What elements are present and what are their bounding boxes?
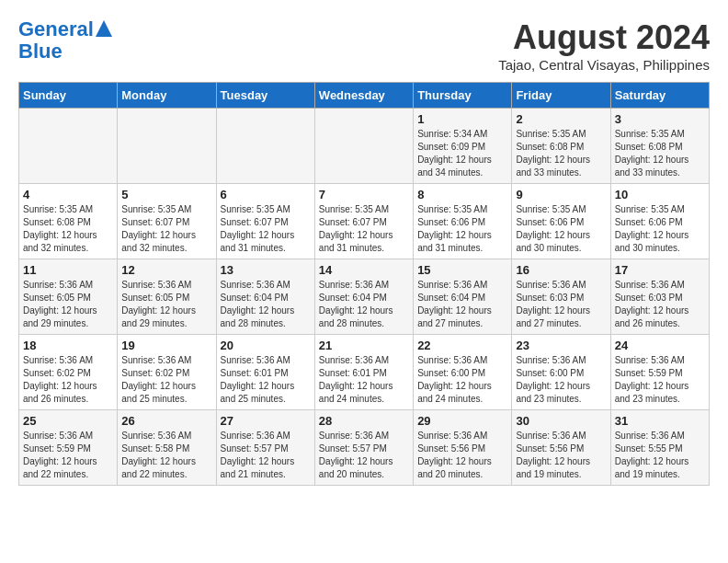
- day-number: 24: [615, 339, 705, 352]
- calendar-week-row: 25Sunrise: 5:36 AM Sunset: 5:59 PM Dayli…: [19, 410, 710, 486]
- header-monday: Monday: [118, 83, 216, 109]
- calendar-cell: [314, 109, 413, 184]
- day-info: Sunrise: 5:35 AM Sunset: 6:07 PM Dayligh…: [121, 203, 211, 255]
- day-number: 27: [221, 414, 311, 428]
- calendar-cell: 11Sunrise: 5:36 AM Sunset: 6:05 PM Dayli…: [19, 259, 118, 335]
- calendar-week-row: 11Sunrise: 5:36 AM Sunset: 6:05 PM Dayli…: [19, 259, 710, 335]
- day-info: Sunrise: 5:36 AM Sunset: 6:02 PM Dayligh…: [23, 354, 113, 406]
- page-subtitle: Tajao, Central Visayas, Philippines: [498, 57, 710, 73]
- day-info: Sunrise: 5:36 AM Sunset: 6:02 PM Dayligh…: [121, 354, 211, 406]
- day-number: 22: [417, 339, 507, 352]
- day-number: 13: [221, 263, 311, 277]
- day-number: 3: [615, 112, 705, 126]
- calendar-cell: 2Sunrise: 5:35 AM Sunset: 6:08 PM Daylig…: [512, 109, 610, 184]
- day-number: 9: [516, 188, 606, 201]
- calendar-cell: 3Sunrise: 5:35 AM Sunset: 6:08 PM Daylig…: [610, 109, 709, 184]
- day-number: 30: [516, 414, 606, 428]
- day-number: 11: [23, 263, 113, 277]
- calendar-cell: 7Sunrise: 5:35 AM Sunset: 6:07 PM Daylig…: [314, 184, 413, 259]
- day-info: Sunrise: 5:36 AM Sunset: 6:04 PM Dayligh…: [417, 279, 507, 330]
- day-info: Sunrise: 5:36 AM Sunset: 6:00 PM Dayligh…: [417, 354, 507, 406]
- calendar-table: SundayMondayTuesdayWednesdayThursdayFrid…: [18, 82, 710, 486]
- calendar-cell: 22Sunrise: 5:36 AM Sunset: 6:00 PM Dayli…: [414, 335, 512, 410]
- calendar-cell: 8Sunrise: 5:35 AM Sunset: 6:06 PM Daylig…: [414, 184, 512, 259]
- day-info: Sunrise: 5:36 AM Sunset: 5:55 PM Dayligh…: [615, 430, 705, 481]
- page-title: August 2024: [498, 18, 710, 57]
- day-info: Sunrise: 5:36 AM Sunset: 6:04 PM Dayligh…: [319, 279, 409, 330]
- day-number: 5: [121, 188, 211, 201]
- day-number: 4: [23, 188, 113, 201]
- day-info: Sunrise: 5:36 AM Sunset: 6:03 PM Dayligh…: [615, 279, 705, 330]
- calendar-cell: 13Sunrise: 5:36 AM Sunset: 6:04 PM Dayli…: [216, 259, 314, 335]
- calendar-cell: 24Sunrise: 5:36 AM Sunset: 5:59 PM Dayli…: [610, 335, 709, 410]
- day-info: Sunrise: 5:35 AM Sunset: 6:06 PM Dayligh…: [516, 203, 606, 255]
- day-info: Sunrise: 5:36 AM Sunset: 6:01 PM Dayligh…: [221, 354, 311, 406]
- day-info: Sunrise: 5:36 AM Sunset: 5:58 PM Dayligh…: [121, 430, 211, 481]
- header-friday: Friday: [512, 83, 610, 109]
- day-info: Sunrise: 5:36 AM Sunset: 6:00 PM Dayligh…: [516, 354, 606, 406]
- day-info: Sunrise: 5:36 AM Sunset: 6:01 PM Dayligh…: [319, 354, 409, 406]
- day-info: Sunrise: 5:35 AM Sunset: 6:06 PM Dayligh…: [615, 203, 705, 255]
- day-info: Sunrise: 5:35 AM Sunset: 6:06 PM Dayligh…: [417, 203, 507, 255]
- day-info: Sunrise: 5:35 AM Sunset: 6:08 PM Dayligh…: [615, 128, 705, 179]
- day-number: 8: [417, 188, 507, 201]
- header-row: SundayMondayTuesdayWednesdayThursdayFrid…: [19, 83, 710, 109]
- day-info: Sunrise: 5:36 AM Sunset: 5:57 PM Dayligh…: [221, 430, 311, 481]
- calendar-cell: 29Sunrise: 5:36 AM Sunset: 5:56 PM Dayli…: [414, 410, 512, 486]
- calendar-cell: 5Sunrise: 5:35 AM Sunset: 6:07 PM Daylig…: [118, 184, 216, 259]
- logo-text-line1: General: [18, 18, 94, 40]
- day-number: 20: [221, 339, 311, 352]
- page-header: General Blue August 2024 Tajao, Central …: [18, 18, 710, 73]
- calendar-week-row: 18Sunrise: 5:36 AM Sunset: 6:02 PM Dayli…: [19, 335, 710, 410]
- calendar-cell: 31Sunrise: 5:36 AM Sunset: 5:55 PM Dayli…: [610, 410, 709, 486]
- day-info: Sunrise: 5:35 AM Sunset: 6:07 PM Dayligh…: [319, 203, 409, 255]
- logo: General Blue: [18, 18, 112, 63]
- calendar-cell: 10Sunrise: 5:35 AM Sunset: 6:06 PM Dayli…: [610, 184, 709, 259]
- logo-text-line2: Blue: [18, 40, 63, 63]
- day-number: 31: [615, 414, 705, 428]
- calendar-cell: 4Sunrise: 5:35 AM Sunset: 6:08 PM Daylig…: [19, 184, 118, 259]
- calendar-cell: 30Sunrise: 5:36 AM Sunset: 5:56 PM Dayli…: [512, 410, 610, 486]
- day-number: 15: [417, 263, 507, 277]
- header-thursday: Thursday: [414, 83, 512, 109]
- day-number: 19: [121, 339, 211, 352]
- day-info: Sunrise: 5:34 AM Sunset: 6:09 PM Dayligh…: [417, 128, 507, 179]
- day-number: 12: [121, 263, 211, 277]
- calendar-cell: 19Sunrise: 5:36 AM Sunset: 6:02 PM Dayli…: [118, 335, 216, 410]
- day-number: 23: [516, 339, 606, 352]
- day-info: Sunrise: 5:36 AM Sunset: 5:57 PM Dayligh…: [319, 430, 409, 481]
- day-number: 10: [615, 188, 705, 201]
- calendar-cell: [216, 109, 314, 184]
- header-sunday: Sunday: [19, 83, 118, 109]
- calendar-cell: 9Sunrise: 5:35 AM Sunset: 6:06 PM Daylig…: [512, 184, 610, 259]
- calendar-cell: 6Sunrise: 5:35 AM Sunset: 6:07 PM Daylig…: [216, 184, 314, 259]
- calendar-cell: 26Sunrise: 5:36 AM Sunset: 5:58 PM Dayli…: [118, 410, 216, 486]
- calendar-cell: 14Sunrise: 5:36 AM Sunset: 6:04 PM Dayli…: [314, 259, 413, 335]
- calendar-cell: 12Sunrise: 5:36 AM Sunset: 6:05 PM Dayli…: [118, 259, 216, 335]
- day-number: 17: [615, 263, 705, 277]
- day-number: 26: [121, 414, 211, 428]
- calendar-week-row: 4Sunrise: 5:35 AM Sunset: 6:08 PM Daylig…: [19, 184, 710, 259]
- day-number: 2: [516, 112, 606, 126]
- header-wednesday: Wednesday: [314, 83, 413, 109]
- day-number: 16: [516, 263, 606, 277]
- calendar-cell: 17Sunrise: 5:36 AM Sunset: 6:03 PM Dayli…: [610, 259, 709, 335]
- day-info: Sunrise: 5:36 AM Sunset: 5:59 PM Dayligh…: [23, 430, 113, 481]
- header-tuesday: Tuesday: [216, 83, 314, 109]
- day-info: Sunrise: 5:36 AM Sunset: 6:05 PM Dayligh…: [23, 279, 113, 330]
- logo-icon: [96, 20, 112, 37]
- day-number: 7: [319, 188, 409, 201]
- calendar-cell: 25Sunrise: 5:36 AM Sunset: 5:59 PM Dayli…: [19, 410, 118, 486]
- day-info: Sunrise: 5:35 AM Sunset: 6:07 PM Dayligh…: [221, 203, 311, 255]
- calendar-cell: [118, 109, 216, 184]
- day-number: 28: [319, 414, 409, 428]
- calendar-cell: 18Sunrise: 5:36 AM Sunset: 6:02 PM Dayli…: [19, 335, 118, 410]
- day-info: Sunrise: 5:36 AM Sunset: 5:59 PM Dayligh…: [615, 354, 705, 406]
- calendar-cell: 28Sunrise: 5:36 AM Sunset: 5:57 PM Dayli…: [314, 410, 413, 486]
- calendar-cell: 15Sunrise: 5:36 AM Sunset: 6:04 PM Dayli…: [414, 259, 512, 335]
- calendar-cell: 1Sunrise: 5:34 AM Sunset: 6:09 PM Daylig…: [414, 109, 512, 184]
- day-number: 6: [221, 188, 311, 201]
- calendar-cell: [19, 109, 118, 184]
- calendar-cell: 23Sunrise: 5:36 AM Sunset: 6:00 PM Dayli…: [512, 335, 610, 410]
- svg-marker-0: [96, 20, 112, 37]
